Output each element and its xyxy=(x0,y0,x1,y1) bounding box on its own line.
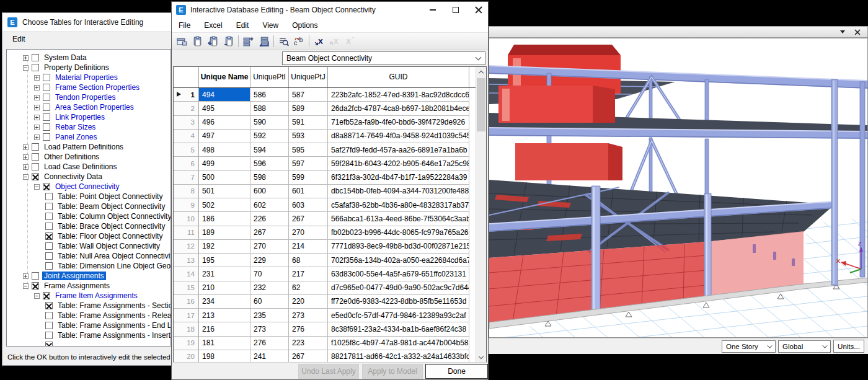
cell-guid[interactable]: 566abca1-613a-4eed-86be-7f53064c3aab xyxy=(328,212,469,226)
row-header[interactable]: 1 xyxy=(174,88,199,102)
close-button[interactable] xyxy=(469,3,488,17)
row-header[interactable]: 8 xyxy=(174,185,199,198)
scroll-down-button[interactable] xyxy=(476,352,486,363)
tree-checkbox[interactable] xyxy=(45,232,53,240)
table-row[interactable]: 182162732768c38f691-23a2-4334-ba1b-6aef8… xyxy=(174,322,486,336)
column-header-guid[interactable]: GUID xyxy=(328,67,469,87)
done-button[interactable]: Done xyxy=(425,364,488,379)
cell-ptj[interactable]: 214 xyxy=(289,240,328,254)
tree-checkbox[interactable] xyxy=(43,292,50,299)
cell-ptj[interactable]: 273 xyxy=(289,309,328,322)
tree-checkbox[interactable] xyxy=(45,322,53,329)
convert-cb-icon[interactable]: cb xyxy=(291,34,307,49)
column-header-uniqueptj[interactable]: UniquePtJ xyxy=(289,67,328,87)
tree-item-table-wall-object-connectivity[interactable]: Table: Wall Object Connectivity xyxy=(7,241,170,251)
tree-item-panel-zones[interactable]: Panel Zones xyxy=(7,132,170,142)
row-header[interactable]: 18 xyxy=(174,322,199,336)
expand-icon[interactable] xyxy=(23,144,29,150)
cell-ptj[interactable]: 593 xyxy=(289,130,328,143)
find-icon[interactable] xyxy=(276,34,291,49)
tree-item-table-frame-assignments-section-p[interactable]: Table: Frame Assignments - Section P xyxy=(7,301,170,311)
expand-icon[interactable] xyxy=(34,105,40,110)
menu-excel[interactable]: Excel xyxy=(197,21,229,30)
tree-item-link-properties[interactable]: Link Properties xyxy=(7,112,170,122)
expand-icon[interactable] xyxy=(23,164,29,170)
table-row[interactable]: 1494586587223b2afc-1852-47ed-8391-8ac92d… xyxy=(174,88,486,102)
row-header[interactable]: 15 xyxy=(174,281,199,295)
row-header[interactable]: 3 xyxy=(174,116,199,130)
expand-icon[interactable] xyxy=(23,55,29,61)
collapse-icon[interactable] xyxy=(23,174,29,180)
table-row[interactable]: 142317021763d83c00-55e4-4a5f-a679-651ffc… xyxy=(174,267,486,281)
cell-ptj[interactable]: 595 xyxy=(289,143,328,157)
tree-item-connectivity-data[interactable]: Connectivity Data xyxy=(7,172,170,182)
table-row[interactable]: 1623460220ff72e0d6-9383-4223-8dbb-85fb5e… xyxy=(174,295,486,309)
tree-checkbox[interactable] xyxy=(32,64,39,71)
tree-checkbox[interactable] xyxy=(45,312,53,319)
tree-item-system-data[interactable]: System Data xyxy=(7,53,170,63)
tree-checkbox[interactable] xyxy=(43,94,50,101)
cell-ptj[interactable]: 603 xyxy=(289,198,328,212)
cell-ptj[interactable]: 597 xyxy=(289,157,328,170)
edit-form-icon[interactable] xyxy=(174,34,190,49)
paste-append-icon[interactable] xyxy=(221,34,236,49)
cell-name[interactable]: 234 xyxy=(199,295,250,309)
cell-guid[interactable]: ff72e0d6-9383-4223-8dbb-85fb5e11653d xyxy=(328,295,469,309)
tree-item-frame-assignments[interactable]: Frame Assignments xyxy=(7,281,170,291)
row-header[interactable]: 20 xyxy=(174,350,199,363)
cell-pti[interactable]: 70 xyxy=(250,267,289,281)
menu-options[interactable]: Options xyxy=(285,21,324,30)
tree-item-material-properties[interactable]: Material Properties xyxy=(7,73,170,82)
table-row[interactable]: 75005985996f321f3a-302d-4b47-b1f7-1a9522… xyxy=(174,171,486,185)
collapse-icon[interactable] xyxy=(34,293,40,299)
tree-item-frame-section-properties[interactable]: Frame Section Properties xyxy=(7,82,170,92)
tree-checkbox[interactable] xyxy=(45,262,53,270)
tree-item-frame-item-assignments[interactable]: Frame Item Assignments xyxy=(7,291,170,301)
tree-checkbox[interactable] xyxy=(32,282,39,289)
row-header[interactable]: 19 xyxy=(174,337,199,350)
tree-checkbox[interactable] xyxy=(32,173,39,180)
cell-pti[interactable]: 60 xyxy=(250,295,289,309)
tree-checkbox[interactable] xyxy=(32,163,39,170)
row-header[interactable]: 17 xyxy=(174,309,199,322)
row-header[interactable]: 2 xyxy=(174,102,199,115)
cell-pti[interactable]: 596 xyxy=(250,157,289,170)
expand-icon[interactable] xyxy=(34,95,40,100)
tree-item-table-frame-assignments-end-leng[interactable]: Table: Frame Assignments - End Leng xyxy=(7,320,170,330)
cell-ptj[interactable]: 217 xyxy=(289,267,328,281)
table-selector-combo[interactable]: Beam Object Connectivity xyxy=(282,51,485,65)
table-row[interactable]: 121922702147771d893-8ec9-49b8-bd3d-00f02… xyxy=(174,240,486,254)
row-header[interactable]: 13 xyxy=(174,254,199,267)
menu-view[interactable]: View xyxy=(255,21,285,30)
cell-name[interactable]: 498 xyxy=(199,143,250,157)
expand-icon[interactable] xyxy=(34,115,40,120)
column-header-uniquepti[interactable]: UniquePtI xyxy=(250,67,289,87)
cell-guid[interactable]: fb02b023-b996-44dc-8065-fc979a765a26 xyxy=(328,226,469,240)
row-header[interactable]: 12 xyxy=(174,240,199,254)
tree-item-load-case-definitions[interactable]: Load Case Definitions xyxy=(7,162,170,172)
collapse-icon[interactable] xyxy=(23,65,29,71)
row-header[interactable]: 9 xyxy=(174,198,199,212)
cell-guid[interactable]: dbc154bb-0feb-4094-a344-7031200fe488 xyxy=(328,185,469,198)
cell-pti[interactable]: 598 xyxy=(250,171,289,185)
cell-ptj[interactable]: 601 xyxy=(289,185,328,198)
tree-checkbox[interactable] xyxy=(32,153,39,161)
tree-item-table-frame-assignments-insertion[interactable]: Table: Frame Assignments - Insertion xyxy=(7,330,170,340)
tree-checkbox[interactable] xyxy=(32,272,39,280)
table-row[interactable]: 17213235273e5ed0cfc-57df-477d-9846-12389… xyxy=(174,309,486,322)
cell-name[interactable]: 231 xyxy=(199,267,250,281)
cell-pti[interactable]: 273 xyxy=(250,322,289,336)
cell-guid[interactable]: 8c38f691-23a2-4334-ba1b-6aef86f24c38 xyxy=(328,322,469,336)
cell-name[interactable]: 192 xyxy=(199,240,250,254)
row-header[interactable]: 7 xyxy=(174,171,199,185)
scroll-up-button[interactable] xyxy=(476,67,486,77)
cell-name[interactable]: 501 xyxy=(199,185,250,198)
tree-checkbox[interactable] xyxy=(45,203,53,210)
collapse-icon[interactable] xyxy=(23,283,29,289)
cell-guid[interactable]: f1025f8c-4b97-47a8-981d-ac447b004b58 xyxy=(328,337,469,350)
cell-name[interactable]: 181 xyxy=(199,337,250,350)
tree-checkbox[interactable] xyxy=(45,213,53,220)
cell-name[interactable]: 495 xyxy=(199,102,250,115)
cell-pti[interactable]: 600 xyxy=(250,185,289,198)
cell-ptj[interactable]: 223 xyxy=(289,337,328,350)
